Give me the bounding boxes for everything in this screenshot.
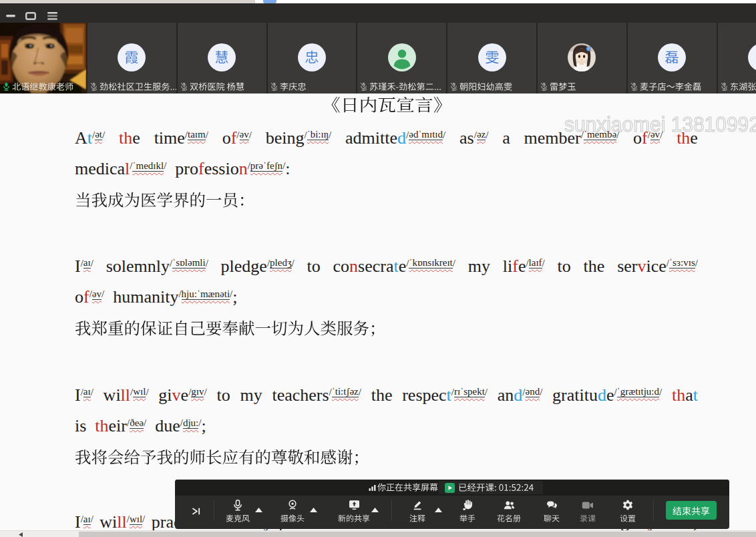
participant-tile[interactable] [87, 23, 176, 94]
english-line: istheir/ðeə/due/dju:/; [75, 417, 698, 435]
word: and/ənd/ [498, 387, 543, 404]
end-share-button[interactable] [666, 501, 717, 520]
phonetic-annotation: /ˈkɒnsɪkreɪt/ [406, 257, 455, 268]
scrollbar-thumb[interactable] [79, 532, 756, 537]
toolbar-label-b3 [338, 514, 370, 522]
word: of/əv/ [75, 287, 104, 307]
participant-label [270, 82, 307, 91]
word: of/əv/ [222, 130, 252, 147]
scroll-left-arrow-icon[interactable] [19, 532, 23, 537]
record-badge-icon [445, 483, 455, 493]
end-share-label [673, 506, 710, 516]
participant-label [180, 82, 244, 91]
minimize-icon[interactable] [6, 14, 15, 17]
toolbar-label-b9 [620, 514, 636, 522]
raise-hand-icon [463, 500, 473, 510]
word: will/wɪl/ [104, 387, 149, 404]
phonetic-annotation: /wɪl/ [130, 386, 149, 397]
avatar [298, 43, 326, 71]
phonetic-annotation: /ˈsɒləmli/ [170, 257, 208, 268]
english-line: of/əv/humanity/hju:ˈmænəti/; [75, 289, 698, 306]
english-line: I/aɪ/will/wɪl/give/gɪv/tomyteachers/ˈti:… [75, 387, 698, 404]
class-timer-text [458, 483, 534, 492]
collapse-toolbar-icon[interactable] [191, 506, 201, 516]
maximize-icon[interactable] [25, 12, 36, 20]
word: to [558, 258, 571, 275]
toolbar-label-b6 [497, 514, 521, 522]
word: the [119, 130, 140, 147]
english-line: I/aɪ/solemnly/ˈsɒləmli/pledge/pledʒ/toco… [75, 258, 698, 275]
mic-muted-icon [540, 82, 548, 91]
participant-tile[interactable] [357, 23, 446, 94]
camera-icon [287, 500, 298, 510]
horizontal-scrollbar[interactable] [0, 530, 756, 537]
mic-muted-icon [90, 82, 98, 91]
mic-muted-icon [721, 82, 728, 91]
word: member/ˈmembə/ [524, 130, 620, 147]
word: is [75, 416, 86, 435]
participant-label [360, 82, 441, 91]
participant-label [630, 82, 701, 91]
word: respect/rɪˈspekt/ [402, 387, 488, 404]
avatar [658, 43, 686, 71]
toolbar-label-b2 [280, 514, 305, 522]
toolbar-label-b1 [226, 514, 250, 522]
phonetic-annotation: /ədˈmɪtɪd/ [406, 129, 445, 140]
phonetic-annotation: /wɪl/ [127, 514, 146, 525]
word: I/aɪ/ [75, 514, 93, 531]
separator [391, 500, 392, 521]
phonetic-annotation: /ˈbi:ɪŋ/ [304, 129, 331, 140]
word: service/ˈsɜ:vɪs/ [617, 258, 698, 275]
chevron-up-icon[interactable] [310, 508, 317, 512]
participant-tile[interactable] [268, 23, 357, 94]
word: give/gɪv/ [158, 387, 206, 404]
participant-tile[interactable] [538, 23, 626, 94]
mic-muted-icon [360, 82, 367, 91]
chevron-up-icon[interactable] [371, 508, 379, 512]
sharing-status-text [377, 483, 438, 492]
participant-video-strip [0, 23, 756, 94]
word: that [672, 387, 698, 404]
separator [653, 500, 654, 521]
mic-muted-icon [630, 82, 638, 91]
share-status-bar [175, 480, 729, 496]
participant-label [721, 82, 756, 91]
participant-label [90, 82, 176, 91]
window-titlebar [0, 3, 756, 23]
word: I/aɪ/ [75, 258, 93, 275]
english-line: medical/ˈmedɪkl/profession/prəˈfeʃn/: [75, 160, 698, 178]
avatar [748, 43, 756, 71]
phonetic-annotation: /laɪf/ [526, 257, 544, 268]
phonetic-annotation: /taɪm/ [185, 129, 208, 140]
participant-tile[interactable] [447, 23, 536, 94]
chevron-up-icon[interactable] [435, 508, 442, 512]
phonetic-annotation: /ˈmedɪkl/ [130, 160, 166, 172]
new-share-icon [349, 500, 360, 510]
phonetic-annotation: /pledʒ/ [267, 257, 295, 268]
chinese-line [75, 320, 386, 337]
toolbar-label-b5 [459, 514, 476, 522]
word: of/əv/ [633, 130, 663, 147]
word: to [216, 387, 230, 404]
mic-muted-icon [180, 82, 188, 91]
annotate-pen-icon [412, 500, 423, 510]
avatar [478, 43, 506, 71]
participant-tile[interactable] [628, 23, 717, 94]
menu-icon[interactable] [47, 12, 57, 20]
participant-tile[interactable] [178, 23, 266, 94]
participant-label [3, 82, 73, 91]
chevron-up-icon[interactable] [255, 508, 262, 512]
word: profession/prəˈfeʃn/: [175, 159, 290, 178]
phonetic-annotation: /ənd/ [522, 386, 542, 397]
word: their/ðeə/ [95, 416, 146, 435]
participant-tile[interactable] [0, 23, 86, 94]
word: admitted/ədˈmɪtɪd/ [345, 130, 445, 147]
participant-tile[interactable] [718, 23, 756, 94]
avatar [388, 43, 416, 71]
toolbar-label-b7 [544, 514, 560, 522]
separator [214, 500, 214, 521]
phonetic-annotation: /ət/ [92, 129, 105, 140]
phonetic-annotation: /ˈti:tʃəz/ [329, 386, 361, 397]
avatar [118, 43, 146, 71]
word: humanity/hju:ˈmænəti/; [113, 287, 237, 307]
